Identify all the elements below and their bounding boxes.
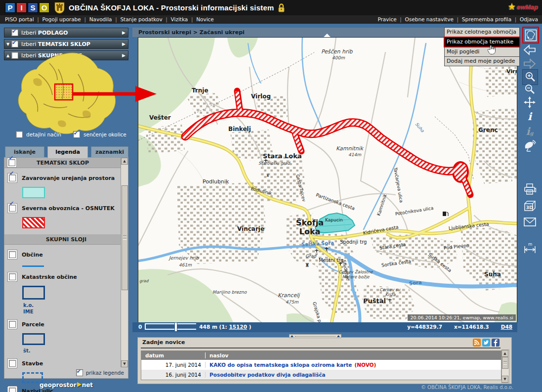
parcele-checkbox[interactable] — [9, 321, 16, 328]
show-legend-checkbox[interactable] — [76, 369, 83, 376]
collapse-bottom-handle[interactable] — [322, 319, 329, 322]
obvoznica-checkbox[interactable] — [9, 205, 16, 212]
map-label: 414m — [348, 152, 361, 157]
map-label: Cerkev sv. Križa — [375, 288, 406, 298]
nav-sprememba-profila[interactable]: Sprememba profila — [454, 16, 511, 22]
accordion-podlago[interactable]: Izberi PODLAGO ▶ — [4, 28, 128, 38]
swatch-red-hatch — [22, 217, 45, 228]
katastrske-checkbox[interactable] — [9, 273, 16, 280]
nazivi-checkbox[interactable] — [9, 388, 16, 392]
nav-piso-portal[interactable]: PISO portal — [5, 16, 34, 22]
view-context-menu: Prikaz celotnega območja Prikaz območja … — [444, 28, 520, 66]
show-legend-option[interactable]: prikaz legende — [4, 367, 128, 378]
chevron-right-icon: ▶ — [122, 42, 125, 46]
chevron-down-icon[interactable]: ▼ — [4, 42, 11, 46]
stavbe-checkbox[interactable] — [9, 360, 16, 367]
news-link[interactable]: Posodobitev podatkov divja odlagališča — [209, 372, 326, 378]
nav-vizitka[interactable]: Vizitka — [163, 16, 188, 22]
layer-katastrske-obcine[interactable]: Katastrske občine — [7, 272, 128, 282]
news-link[interactable]: KAKO do opisa tematskega sklopa oziroma … — [209, 362, 352, 368]
map-label: Vincarje — [237, 225, 264, 232]
option-detail-mode[interactable]: detajlni način — [16, 131, 61, 138]
piso-application: P I S O OBČINA ŠKOFJA LOKA - Prostorski … — [0, 0, 542, 392]
map-label: Binkelj — [228, 126, 251, 132]
map-status-bar: 0 448 m (1: 15120 ) y=448329.7 x=114618.… — [132, 322, 517, 332]
3d-view-button[interactable]: 3D — [522, 199, 537, 214]
collapse-right-handle[interactable] — [512, 176, 516, 183]
ewmap-logo[interactable]: ewMap — [508, 3, 538, 11]
tab-zaznamki[interactable]: zaznamki — [91, 146, 128, 157]
tab-legenda[interactable]: legenda — [47, 146, 88, 158]
layer-parcele[interactable]: Parcele — [7, 319, 128, 329]
map-watermark: 20.06.2014 10:26:21, ewmap, www.realis.s… — [408, 314, 516, 321]
layer-nazivi-ulic[interactable]: Nazivi ulic — [7, 386, 128, 392]
scale-link[interactable]: 15120 — [229, 324, 247, 330]
menu-item-moji-pogledi[interactable]: Moji pogledi — [444, 47, 520, 57]
coat-of-arms-icon — [54, 2, 65, 14]
detail-mode-checkbox[interactable] — [16, 131, 23, 138]
menu-item-prikaz-tematike[interactable]: Prikaz območja tematike — [444, 37, 520, 47]
piso-logo[interactable]: P I S O — [5, 2, 50, 13]
accordion-tematski-sklop[interactable]: ▼ Izberi TEMATSKI SKLOP ▶ — [4, 39, 128, 49]
swatch-cyan-area — [22, 187, 45, 198]
option-shading[interactable]: senčenje okolice — [73, 131, 126, 138]
menu-item-prikaz-celotnega[interactable]: Prikaz celotnega območja — [444, 27, 520, 37]
layer-stavbe[interactable]: Stavbe — [7, 358, 128, 368]
hand-cursor-icon — [487, 44, 496, 57]
layer-zavarovanje[interactable]: Zavarovanje urejanja prostora — [7, 173, 128, 183]
map-label: Krancelj — [278, 292, 299, 299]
scale-slider[interactable] — [145, 323, 196, 330]
gps-tool[interactable] — [522, 139, 537, 154]
mail-button[interactable] — [522, 215, 537, 229]
nav-navodila[interactable]: Navodila — [81, 16, 112, 22]
info-group-tool[interactable]: ig — [522, 124, 537, 138]
nav-stanje-podatkov[interactable]: Stanje podatkov — [112, 16, 163, 22]
twitter-icon[interactable] — [482, 339, 490, 348]
map-label: Virlog — [251, 93, 271, 100]
zavarovanje-checkbox[interactable] — [9, 174, 16, 181]
legend-scrollbar[interactable]: ▲ ▼ — [121, 158, 128, 367]
top-nav: PISO portal Pogoji uporabe Navodila Stan… — [0, 15, 542, 24]
map-label: Vešter — [149, 114, 171, 121]
scroll-up-icon[interactable]: ▲ — [121, 158, 128, 165]
news-row[interactable]: 16. junij 2014 Posodobitev podatkov divj… — [141, 370, 501, 380]
info-tool[interactable]: i — [522, 109, 537, 124]
overview-map[interactable] — [9, 49, 125, 143]
tematski-checkbox[interactable] — [11, 41, 18, 47]
legend-scroll-thumb[interactable] — [122, 185, 128, 290]
scroll-down-icon[interactable]: ▼ — [501, 376, 508, 383]
nav-osebne-nastavitve[interactable]: Osebne nastavitve — [397, 16, 454, 22]
scroll-up-icon[interactable]: ▲ — [501, 350, 508, 357]
back-arrow-button[interactable] — [522, 43, 537, 57]
scale-slider-thumb[interactable] — [174, 322, 177, 332]
map-label: Starološki grad — [258, 161, 290, 166]
rss-icon[interactable] — [473, 339, 481, 348]
pan-tool[interactable] — [522, 95, 537, 110]
map-label: Peščen hrib — [321, 48, 353, 55]
sublabel-st: št. — [23, 348, 128, 353]
podlago-checkbox[interactable] — [11, 29, 18, 36]
measure-tool[interactable]: m — [522, 240, 537, 255]
layer-severna-obvoznica[interactable]: Severna obvoznica - OSNUTEK — [7, 203, 128, 213]
datum-link[interactable]: D48 — [501, 324, 512, 330]
map-label: Marijino brezno — [212, 290, 247, 295]
nav-novice[interactable]: Novice — [188, 16, 214, 22]
facebook-icon[interactable] — [492, 339, 500, 348]
nav-pravice[interactable]: Pravice — [377, 16, 396, 22]
news-row[interactable]: 17. junij 2014 KAKO do opisa tematskega … — [141, 360, 501, 370]
print-button[interactable] — [522, 182, 537, 197]
collapse-top-handle[interactable] — [324, 34, 331, 37]
news-scrollbar[interactable]: ▲ ▼ — [501, 349, 509, 383]
nav-pogoji-uporabe[interactable]: Pogoji uporabe — [34, 16, 81, 22]
nav-odjava[interactable]: Odjava — [511, 16, 538, 22]
news-scroll-thumb[interactable] — [502, 357, 508, 369]
news-collapse-strip[interactable] — [289, 334, 341, 338]
layer-obcine[interactable]: Občine — [7, 250, 128, 260]
map-canvas[interactable]: ♜ ♜ Peščen hrib 400m Virm Trnje Virlog V… — [138, 37, 517, 323]
obcine-checkbox[interactable] — [9, 251, 16, 258]
menu-item-dodaj-pogled[interactable]: Dodaj med moje poglede — [444, 56, 520, 66]
scroll-down-icon[interactable]: ▼ — [121, 360, 128, 367]
show-theme-extent-button[interactable] — [522, 27, 539, 44]
shading-checkbox[interactable] — [73, 131, 80, 138]
map-label: grad — [139, 279, 148, 283]
